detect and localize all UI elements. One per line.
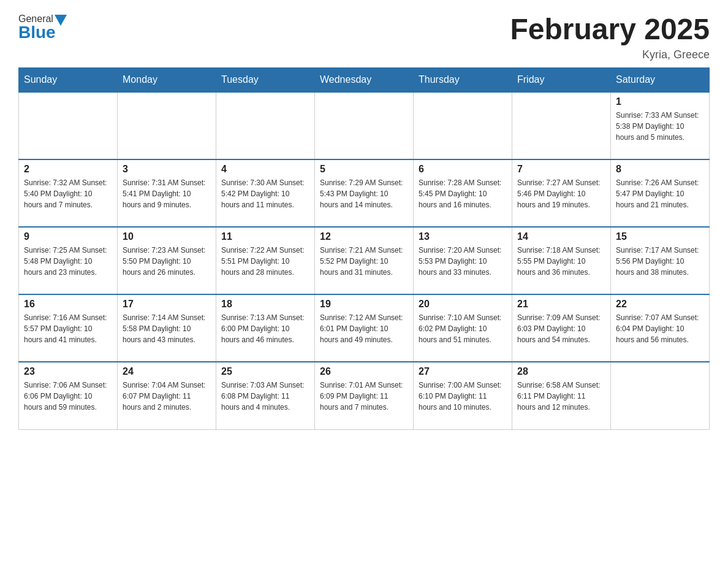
calendar-cell: 27Sunrise: 7:00 AM Sunset: 6:10 PM Dayli…	[414, 362, 512, 429]
day-info: Sunrise: 7:29 AM Sunset: 5:43 PM Dayligh…	[320, 177, 408, 210]
calendar-cell: 9Sunrise: 7:25 AM Sunset: 5:48 PM Daylig…	[19, 227, 118, 294]
day-info: Sunrise: 7:18 AM Sunset: 5:55 PM Dayligh…	[517, 245, 605, 278]
day-number: 15	[616, 231, 704, 242]
day-info: Sunrise: 7:25 AM Sunset: 5:48 PM Dayligh…	[24, 245, 112, 278]
calendar-cell	[414, 92, 512, 159]
day-info: Sunrise: 7:17 AM Sunset: 5:56 PM Dayligh…	[616, 245, 704, 278]
calendar-week-row: 16Sunrise: 7:16 AM Sunset: 5:57 PM Dayli…	[19, 294, 710, 362]
day-number: 25	[221, 366, 309, 377]
calendar-cell: 22Sunrise: 7:07 AM Sunset: 6:04 PM Dayli…	[611, 294, 710, 362]
day-number: 26	[320, 366, 408, 377]
calendar-cell: 8Sunrise: 7:26 AM Sunset: 5:47 PM Daylig…	[611, 159, 710, 227]
weekday-header-wednesday: Wednesday	[315, 68, 414, 93]
day-info: Sunrise: 7:04 AM Sunset: 6:07 PM Dayligh…	[123, 380, 211, 413]
day-number: 19	[320, 299, 408, 310]
calendar-cell: 20Sunrise: 7:10 AM Sunset: 6:02 PM Dayli…	[414, 294, 512, 362]
day-info: Sunrise: 7:09 AM Sunset: 6:03 PM Dayligh…	[517, 312, 605, 345]
logo-blue-text: Blue	[18, 23, 56, 42]
weekday-header-monday: Monday	[118, 68, 216, 93]
day-info: Sunrise: 7:26 AM Sunset: 5:47 PM Dayligh…	[616, 177, 704, 210]
day-info: Sunrise: 7:23 AM Sunset: 5:50 PM Dayligh…	[123, 245, 211, 278]
calendar-cell	[216, 92, 315, 159]
day-number: 3	[123, 164, 211, 175]
calendar-cell: 1Sunrise: 7:33 AM Sunset: 5:38 PM Daylig…	[611, 92, 710, 159]
day-number: 18	[221, 299, 309, 310]
calendar-week-row: 1Sunrise: 7:33 AM Sunset: 5:38 PM Daylig…	[19, 92, 710, 159]
calendar-cell: 3Sunrise: 7:31 AM Sunset: 5:41 PM Daylig…	[118, 159, 216, 227]
day-info: Sunrise: 7:00 AM Sunset: 6:10 PM Dayligh…	[419, 380, 507, 413]
calendar-cell: 28Sunrise: 6:58 AM Sunset: 6:11 PM Dayli…	[512, 362, 611, 429]
logo: General Blue	[18, 12, 68, 42]
calendar-cell: 21Sunrise: 7:09 AM Sunset: 6:03 PM Dayli…	[512, 294, 611, 362]
day-info: Sunrise: 7:01 AM Sunset: 6:09 PM Dayligh…	[320, 380, 408, 413]
title-area: February 2025 Kyria, Greece	[510, 12, 710, 61]
weekday-header-tuesday: Tuesday	[216, 68, 315, 93]
day-number: 9	[24, 231, 112, 242]
day-number: 16	[24, 299, 112, 310]
calendar-cell: 7Sunrise: 7:27 AM Sunset: 5:46 PM Daylig…	[512, 159, 611, 227]
weekday-header-saturday: Saturday	[611, 68, 710, 93]
month-title: February 2025	[510, 12, 710, 46]
calendar-cell	[118, 92, 216, 159]
calendar-week-row: 2Sunrise: 7:32 AM Sunset: 5:40 PM Daylig…	[19, 159, 710, 227]
day-number: 24	[123, 366, 211, 377]
calendar-cell: 25Sunrise: 7:03 AM Sunset: 6:08 PM Dayli…	[216, 362, 315, 429]
day-info: Sunrise: 7:33 AM Sunset: 5:38 PM Dayligh…	[616, 110, 704, 143]
day-info: Sunrise: 7:12 AM Sunset: 6:01 PM Dayligh…	[320, 312, 408, 345]
weekday-header-row: SundayMondayTuesdayWednesdayThursdayFrid…	[19, 68, 710, 93]
calendar-cell: 12Sunrise: 7:21 AM Sunset: 5:52 PM Dayli…	[315, 227, 414, 294]
calendar-cell	[512, 92, 611, 159]
day-number: 28	[517, 366, 605, 377]
calendar-cell: 24Sunrise: 7:04 AM Sunset: 6:07 PM Dayli…	[118, 362, 216, 429]
day-number: 4	[221, 164, 309, 175]
calendar-cell: 10Sunrise: 7:23 AM Sunset: 5:50 PM Dayli…	[118, 227, 216, 294]
day-info: Sunrise: 7:31 AM Sunset: 5:41 PM Dayligh…	[123, 177, 211, 210]
day-number: 23	[24, 366, 112, 377]
day-number: 6	[419, 164, 507, 175]
calendar-cell: 15Sunrise: 7:17 AM Sunset: 5:56 PM Dayli…	[611, 227, 710, 294]
calendar-table: SundayMondayTuesdayWednesdayThursdayFrid…	[18, 67, 710, 430]
page-header: General Blue February 2025 Kyria, Greece	[18, 12, 710, 61]
day-info: Sunrise: 7:21 AM Sunset: 5:52 PM Dayligh…	[320, 245, 408, 278]
calendar-cell: 19Sunrise: 7:12 AM Sunset: 6:01 PM Dayli…	[315, 294, 414, 362]
calendar-cell: 13Sunrise: 7:20 AM Sunset: 5:53 PM Dayli…	[414, 227, 512, 294]
day-info: Sunrise: 7:13 AM Sunset: 6:00 PM Dayligh…	[221, 312, 309, 345]
calendar-cell: 17Sunrise: 7:14 AM Sunset: 5:58 PM Dayli…	[118, 294, 216, 362]
calendar-cell	[19, 92, 118, 159]
calendar-week-row: 23Sunrise: 7:06 AM Sunset: 6:06 PM Dayli…	[19, 362, 710, 429]
day-number: 12	[320, 231, 408, 242]
day-number: 2	[24, 164, 112, 175]
day-number: 7	[517, 164, 605, 175]
weekday-header-thursday: Thursday	[414, 68, 512, 93]
day-info: Sunrise: 7:22 AM Sunset: 5:51 PM Dayligh…	[221, 245, 309, 278]
day-info: Sunrise: 7:06 AM Sunset: 6:06 PM Dayligh…	[24, 380, 112, 413]
day-number: 13	[419, 231, 507, 242]
day-number: 11	[221, 231, 309, 242]
day-info: Sunrise: 7:14 AM Sunset: 5:58 PM Dayligh…	[123, 312, 211, 345]
day-info: Sunrise: 7:27 AM Sunset: 5:46 PM Dayligh…	[517, 177, 605, 210]
day-info: Sunrise: 7:28 AM Sunset: 5:45 PM Dayligh…	[419, 177, 507, 210]
day-info: Sunrise: 7:07 AM Sunset: 6:04 PM Dayligh…	[616, 312, 704, 345]
calendar-cell	[611, 362, 710, 429]
day-info: Sunrise: 6:58 AM Sunset: 6:11 PM Dayligh…	[517, 380, 605, 413]
day-number: 8	[616, 164, 704, 175]
weekday-header-friday: Friday	[512, 68, 611, 93]
day-info: Sunrise: 7:03 AM Sunset: 6:08 PM Dayligh…	[221, 380, 309, 413]
day-number: 21	[517, 299, 605, 310]
location-label: Kyria, Greece	[510, 48, 710, 61]
day-number: 27	[419, 366, 507, 377]
day-number: 14	[517, 231, 605, 242]
day-info: Sunrise: 7:16 AM Sunset: 5:57 PM Dayligh…	[24, 312, 112, 345]
calendar-week-row: 9Sunrise: 7:25 AM Sunset: 5:48 PM Daylig…	[19, 227, 710, 294]
day-number: 17	[123, 299, 211, 310]
calendar-cell: 5Sunrise: 7:29 AM Sunset: 5:43 PM Daylig…	[315, 159, 414, 227]
day-info: Sunrise: 7:30 AM Sunset: 5:42 PM Dayligh…	[221, 177, 309, 210]
logo-triangle-icon	[55, 15, 67, 26]
calendar-cell: 6Sunrise: 7:28 AM Sunset: 5:45 PM Daylig…	[414, 159, 512, 227]
day-number: 10	[123, 231, 211, 242]
calendar-cell: 18Sunrise: 7:13 AM Sunset: 6:00 PM Dayli…	[216, 294, 315, 362]
calendar-cell: 16Sunrise: 7:16 AM Sunset: 5:57 PM Dayli…	[19, 294, 118, 362]
calendar-cell	[315, 92, 414, 159]
calendar-cell: 4Sunrise: 7:30 AM Sunset: 5:42 PM Daylig…	[216, 159, 315, 227]
weekday-header-sunday: Sunday	[19, 68, 118, 93]
